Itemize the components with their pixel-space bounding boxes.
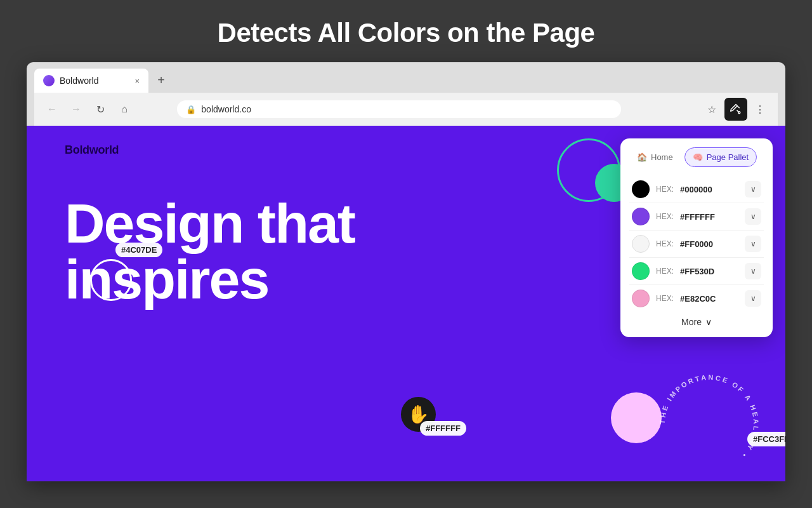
nav-actions: ☆ ⋮ [703,98,769,121]
lock-icon: 🔒 [186,105,196,114]
swatch-0 [632,180,650,198]
expand-row-4[interactable]: ∨ [745,290,761,307]
hex-value-1: #FFFFFF [680,212,738,222]
hex-label-2: HEX: [656,239,674,248]
pallet-tab-label: Page Pallet [707,152,749,162]
color-row-2: HEX: #FF0000 ∨ [629,231,764,258]
panel-tab-home[interactable]: 🏠 Home [629,148,681,166]
expand-row-1[interactable]: ∨ [745,208,761,225]
hex-label-3: HEX: [656,267,674,276]
refresh-button[interactable]: ↻ [91,100,109,118]
home-button[interactable]: ⌂ [115,100,133,118]
page-title-area: Detects All Colors on the Page [0,0,812,62]
bookmark-button[interactable]: ☆ [703,100,721,118]
panel-tabs: 🏠 Home 🧠 Page Pallet [629,147,764,167]
hex-value-4: #E82C0C [680,294,738,304]
more-button[interactable]: More ∨ [629,312,764,328]
browser-chrome: Boldworld × + ← → ↻ ⌂ 🔒 boldworld.co ☆ [27,62,785,126]
menu-button[interactable]: ⋮ [751,100,769,118]
home-tab-label: Home [651,152,673,162]
browser-window: Boldworld × + ← → ↻ ⌂ 🔒 boldworld.co ☆ [27,62,785,481]
swatch-3 [632,262,650,280]
swatch-4 [632,290,650,307]
color-list: HEX: #000000 ∨ HEX: #FFFFFF ∨ HEX: #FF00… [629,176,764,312]
browser-content: Boldworld #4C07DE Design that inspires ✋… [27,126,785,481]
curved-text-decoration: THE IMPORTANCE OF A HEALTHY • [652,367,766,481]
site-headline: Design that inspires [65,196,355,307]
url-bar[interactable]: 🔒 boldworld.co [177,100,621,118]
url-text: boldworld.co [201,104,251,114]
eyedropper-button[interactable] [724,98,747,121]
swatch-2 [632,235,650,253]
more-chevron: ∨ [705,317,712,327]
headline-line2: inspires [65,251,355,307]
back-button[interactable]: ← [43,100,61,118]
tab-bar: Boldworld × + [34,69,778,93]
color-label-ffffff: #FFFFFF [420,421,466,436]
site-header: Boldworld [65,144,119,157]
expand-row-3[interactable]: ∨ [745,263,761,279]
color-row-4: HEX: #E82C0C ∨ [629,285,764,312]
hex-label-1: HEX: [656,212,674,221]
color-row-3: HEX: #FF530D ∨ [629,258,764,285]
hex-value-0: #000000 [680,185,738,194]
pallet-tab-icon: 🧠 [693,152,703,162]
expand-row-0[interactable]: ∨ [745,181,761,197]
hex-label-0: HEX: [656,185,674,194]
tab-close-button[interactable]: × [134,77,140,85]
hex-label-4: HEX: [656,294,674,303]
hex-value-3: #FF530D [680,267,738,276]
tab-title: Boldworld [60,76,129,86]
active-tab[interactable]: Boldworld × [34,69,148,93]
site-logo: Boldworld [65,144,119,156]
svg-text:THE IMPORTANCE OF A HEALTHY •: THE IMPORTANCE OF A HEALTHY • [658,373,760,460]
panel-tab-page-pallet[interactable]: 🧠 Page Pallet [684,147,757,167]
expand-row-2[interactable]: ∨ [745,236,761,252]
headline-line1: Design that [65,196,355,251]
tab-favicon [43,75,55,86]
forward-button[interactable]: → [67,100,85,118]
color-row-1: HEX: #FFFFFF ∨ [629,203,764,231]
home-tab-icon: 🏠 [637,152,647,162]
color-row-0: HEX: #000000 ∨ [629,176,764,203]
page-title: Detects All Colors on the Page [0,18,812,48]
swatch-1 [632,208,650,225]
address-bar: ← → ↻ ⌂ 🔒 boldworld.co ☆ ⋮ [34,93,778,126]
more-label: More [681,317,702,327]
new-tab-button[interactable]: + [151,70,171,90]
color-panel: 🏠 Home 🧠 Page Pallet HEX: #000000 ∨ [620,138,773,337]
hex-value-2: #FF0000 [680,239,738,249]
